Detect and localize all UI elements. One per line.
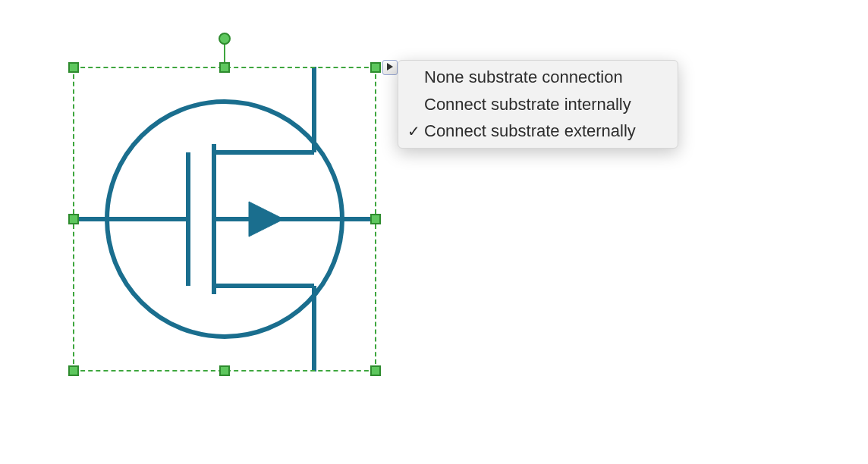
menu-item-connect-external[interactable]: ✓ Connect substrate externally [398, 118, 678, 145]
context-menu: None substrate connection Connect substr… [398, 60, 678, 149]
menu-item-none-substrate[interactable]: None substrate connection [398, 64, 678, 91]
play-icon [387, 63, 393, 72]
resize-handle-bottom-right[interactable] [370, 365, 381, 376]
resize-handle-bottom-left[interactable] [68, 365, 79, 376]
svg-marker-10 [387, 63, 393, 71]
check-icon: ✓ [407, 121, 424, 142]
resize-handle-bottom-middle[interactable] [219, 365, 230, 376]
smart-tag-button[interactable] [382, 60, 398, 75]
canvas[interactable]: None substrate connection Connect substr… [0, 0, 868, 464]
menu-item-label: None substrate connection [424, 66, 664, 89]
resize-handle-middle-right[interactable] [370, 214, 381, 224]
rotate-connector [224, 43, 225, 64]
resize-handle-top-middle[interactable] [219, 62, 230, 73]
resize-handle-top-left[interactable] [68, 62, 79, 73]
resize-handle-top-right[interactable] [370, 62, 381, 73]
svg-marker-9 [249, 202, 284, 237]
transistor-symbol[interactable] [73, 67, 376, 372]
menu-item-label: Connect substrate internally [424, 93, 664, 116]
menu-item-connect-internal[interactable]: Connect substrate internally [398, 91, 678, 118]
resize-handle-middle-left[interactable] [68, 214, 79, 224]
rotate-handle[interactable] [219, 33, 231, 45]
menu-item-label: Connect substrate externally [424, 120, 664, 143]
